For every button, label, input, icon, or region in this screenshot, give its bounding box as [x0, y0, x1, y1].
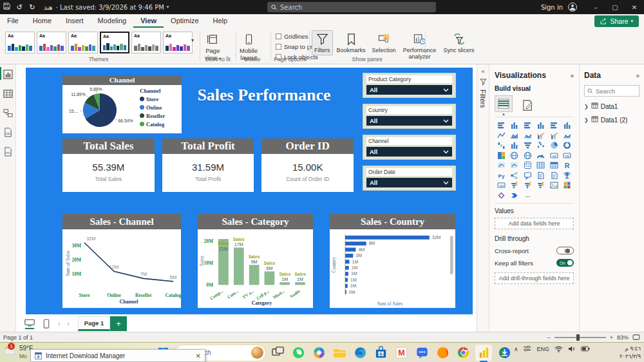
decomposition-tree-icon[interactable] — [508, 171, 522, 181]
sign-in-link[interactable]: Sign in — [541, 4, 563, 11]
bar-chart-visual[interactable]: Sales - Category 0M10M20MSales21MComp...… — [198, 214, 313, 308]
legend-item-online[interactable]: Online — [140, 103, 180, 111]
minimize-button[interactable]: – — [586, 0, 605, 14]
zoom-slider[interactable] — [554, 337, 606, 338]
column-chart-icon[interactable] — [508, 140, 522, 151]
titlebar-search[interactable]: Search — [267, 2, 436, 12]
image-visual-icon[interactable] — [547, 180, 561, 191]
bing-daily-image[interactable] — [251, 347, 263, 359]
data-search-input[interactable]: Search — [584, 85, 639, 97]
theme-thumbnail-3[interactable]: Aa — [68, 32, 98, 53]
slicer-icon[interactable] — [521, 160, 535, 171]
next-page-arrow[interactable]: › — [64, 320, 73, 327]
gauge-icon[interactable] — [535, 151, 548, 161]
card-total-profit[interactable]: Total Profit31.59MTotal Profit — [162, 138, 254, 192]
mobile-view-button[interactable] — [38, 318, 55, 330]
pie-chart-visual[interactable]: Channel 66.54%15....11.89%5.89% ChannelS… — [62, 75, 182, 133]
taskbar-file-explorer-icon[interactable] — [331, 345, 348, 361]
cross-report-toggle[interactable]: Off — [556, 247, 574, 254]
ribbon-chart-icon[interactable] — [561, 131, 574, 141]
matrix-icon[interactable] — [547, 160, 561, 171]
waterfall-chart-icon[interactable] — [495, 140, 508, 151]
filters-pane-button[interactable]: Filters — [312, 30, 333, 55]
undo-icon[interactable]: ↺ — [13, 3, 26, 12]
menu-view[interactable]: View — [133, 15, 164, 28]
taskbar-microsoft-365-icon[interactable]: M — [393, 345, 410, 361]
card-icon[interactable]: 123 — [547, 151, 561, 161]
taskbar-copilot-icon[interactable] — [310, 345, 327, 361]
fit-to-page-icon[interactable] — [632, 334, 640, 340]
maximize-button[interactable]: ▢ — [605, 0, 625, 14]
line-chart-icon[interactable] — [495, 131, 508, 141]
power-automate-icon[interactable] — [508, 191, 522, 201]
collapse-visualizations-icon[interactable]: » — [570, 72, 574, 79]
data-table-data1[interactable]: ❯Data1 — [584, 102, 639, 110]
table-view-button[interactable] — [0, 84, 16, 103]
taskbar-whatsapp-icon[interactable] — [290, 345, 307, 361]
clustered-bar-chart-icon[interactable] — [521, 120, 535, 131]
add-drill-through-dropzone[interactable]: Add drill-through fields here — [495, 272, 574, 284]
themes-dropdown-icon[interactable]: ▾ — [191, 37, 194, 43]
arcgis-map-icon[interactable] — [561, 180, 574, 191]
dax-query-view-button[interactable]: DAX — [0, 122, 16, 142]
theme-thumbnail-2[interactable]: Aa — [37, 32, 66, 53]
menu-optimize[interactable]: Optimize — [164, 15, 205, 28]
line-and-stacked-column-chart-icon[interactable] — [535, 131, 548, 141]
taskbar-power-bi-icon[interactable] — [475, 345, 492, 361]
add-data-fields-dropzone[interactable]: Add data fields here — [495, 218, 574, 229]
slicer-dropdown[interactable]: All — [366, 178, 452, 187]
slicer-dropdown[interactable]: All — [366, 147, 452, 157]
sync-slicers-pane-button[interactable]: Sync slicers — [441, 30, 477, 55]
power-apps-visual-icon[interactable] — [521, 180, 535, 191]
save-icon[interactable] — [0, 3, 13, 12]
table-icon[interactable] — [535, 160, 548, 171]
language-indicator[interactable]: ENG — [536, 346, 549, 352]
zoom-in-button[interactable]: + — [610, 334, 613, 341]
python-visual-icon[interactable]: Py — [495, 171, 508, 181]
stacked-bar-chart-icon[interactable] — [495, 120, 508, 131]
share-button[interactable]: Share ▾ — [594, 15, 639, 27]
taskbar-messages-icon[interactable] — [413, 345, 430, 361]
report-view-button[interactable] — [0, 64, 16, 84]
taskbar-task-view-icon[interactable] — [269, 345, 286, 361]
model-view-button[interactable] — [0, 103, 16, 122]
wifi-icon[interactable] — [554, 346, 563, 352]
selection-pane-button[interactable]: Selection — [370, 30, 399, 55]
quick-settings-icon[interactable] — [523, 345, 531, 352]
page-tab[interactable]: Page 1 — [78, 316, 110, 331]
selected-visual-type[interactable] — [495, 95, 513, 112]
map-icon[interactable] — [508, 151, 522, 161]
theme-thumbnail-4[interactable]: Aa — [100, 32, 129, 53]
100-stacked-bar-chart-icon[interactable] — [547, 120, 561, 131]
theme-thumbnail-1[interactable]: Aa — [5, 32, 35, 53]
desktop-view-button[interactable] — [21, 318, 38, 330]
slicer-dropdown[interactable]: All — [366, 116, 452, 126]
weather-widget[interactable]: 1 59°F Mo — [3, 345, 33, 360]
key-influencers-icon[interactable] — [508, 160, 522, 171]
area-chart-icon[interactable] — [508, 131, 522, 141]
expand-chevron-icon[interactable]: ❯ — [584, 117, 589, 123]
report-visual-icon[interactable]: 123 — [495, 180, 508, 191]
power-automate-visual-icon[interactable] — [508, 180, 522, 191]
stacked-column-chart-icon[interactable] — [508, 120, 522, 131]
donut-chart-icon[interactable] — [561, 140, 574, 151]
deneb-icon[interactable] — [495, 191, 508, 201]
hidden-icons-chevron[interactable]: ∧ — [514, 346, 518, 352]
format-visual-icon[interactable] — [522, 99, 534, 111]
filters-pane-collapsed[interactable]: « Filters — [477, 64, 489, 332]
menu-help[interactable]: Help — [206, 15, 235, 28]
tmdl-view-button[interactable]: TMDL — [0, 142, 16, 161]
keep-all-filters-toggle[interactable]: On — [556, 259, 574, 267]
battery-icon[interactable] — [581, 346, 590, 352]
menu-insert[interactable]: Insert — [59, 15, 91, 28]
paginated-report-icon[interactable] — [547, 171, 561, 181]
account-avatar-icon[interactable] — [568, 3, 577, 12]
add-page-button[interactable]: + — [110, 316, 127, 331]
expand-chevron-icon[interactable]: ❯ — [584, 104, 589, 110]
menu-modeling[interactable]: Modeling — [91, 15, 134, 28]
taskbar-firefox-icon[interactable] — [434, 345, 451, 361]
report-canvas[interactable]: Channel 66.54%15....11.89%5.89% ChannelS… — [26, 68, 473, 314]
saved-caret-icon[interactable]: ▾ — [167, 5, 169, 10]
kpi-icon[interactable] — [495, 160, 508, 171]
menu-home[interactable]: Home — [26, 15, 59, 28]
